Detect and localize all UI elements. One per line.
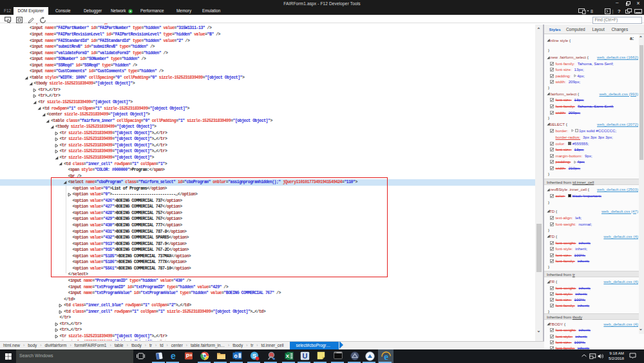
svg-text:P: P xyxy=(186,353,190,360)
svg-text:U: U xyxy=(302,353,307,360)
svg-text:e: e xyxy=(384,351,388,362)
svg-text:X: X xyxy=(286,353,290,359)
svg-text:o: o xyxy=(234,353,237,359)
svg-text:8: 8 xyxy=(591,9,593,14)
svg-text:e: e xyxy=(171,351,176,360)
